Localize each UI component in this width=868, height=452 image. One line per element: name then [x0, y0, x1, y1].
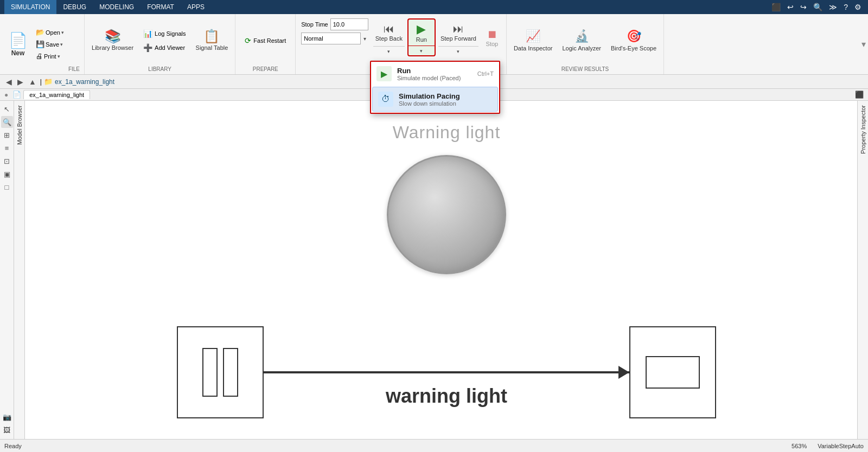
library-browser-button[interactable]: 📚 Library Browser — [88, 22, 137, 60]
menu-format[interactable]: FORMAT — [141, 0, 181, 14]
settings-icon[interactable]: ⚙ — [852, 3, 864, 11]
birds-eye-label: Bird's-Eye Scope — [611, 45, 656, 52]
forward-button[interactable]: ▶ — [16, 78, 25, 86]
signal-table-button[interactable]: 📋 Signal Table — [192, 22, 232, 60]
step-back-dropdown[interactable]: ▾ — [373, 46, 405, 56]
diagram-label: warning light — [386, 385, 507, 408]
up-button[interactable]: ▲ — [27, 78, 38, 86]
diagram-area[interactable]: Warning light warning light — [25, 101, 868, 451]
run-button[interactable]: ▶ Run ▾ — [407, 18, 436, 56]
run-menu-pacing-text: Simulation Pacing Slow down simulation — [399, 92, 460, 107]
search-icon[interactable]: 🔍 — [811, 3, 825, 11]
step-back-icon: ⏮ — [384, 23, 394, 35]
open-label: Open — [46, 29, 60, 36]
menu-simulation[interactable]: SIMULATION — [4, 0, 56, 14]
pulse-bar-1 — [202, 348, 218, 397]
library-group: 📚 Library Browser 📊 Log Signals ➕ Add Vi… — [85, 14, 235, 74]
add-viewer-button[interactable]: ➕ Add Viewer — [139, 42, 190, 54]
library-group-label: LIBRARY — [148, 66, 171, 72]
pacing-item-description: Slow down simulation — [399, 100, 460, 107]
save-label: Save — [46, 41, 59, 48]
status-bar-right: 563% VariableStepAuto — [792, 443, 864, 449]
dropdown-arrow-icon: ▾ — [363, 36, 366, 42]
run-icon: ▶ — [417, 22, 426, 36]
step-forward-dropdown[interactable]: ▾ — [438, 46, 478, 56]
library-icon: 📚 — [105, 30, 121, 43]
sidebar-layers-icon[interactable]: ≡ — [1, 142, 13, 154]
stop-label: Stop — [486, 41, 499, 47]
canvas-area: Model Browser Warning light wa — [14, 101, 868, 451]
birds-eye-button[interactable]: 🎯 Bird's-Eye Scope — [607, 22, 660, 60]
run-menu-item-pacing[interactable]: ⏱ Simulation Pacing Slow down simulation — [372, 87, 498, 112]
sidebar-screenshot-icon[interactable]: 🖼 — [1, 424, 13, 436]
ribbon-collapse-button[interactable]: ▾ — [861, 39, 866, 49]
step-forward-label: Step Forward — [441, 35, 476, 42]
sidebar-block-icon[interactable]: ▣ — [1, 168, 13, 180]
property-inspector-sidebar: Property Inspector — [857, 101, 868, 451]
log-signals-button[interactable]: 📊 Log Signals — [139, 28, 190, 40]
menu-modeling[interactable]: MODELING — [93, 0, 141, 14]
breadcrumb-separator: | — [40, 78, 42, 86]
canvas-tab[interactable]: ex_1a_warning_light — [23, 90, 90, 99]
nav-dot-icon: ● — [4, 91, 8, 99]
more-icon[interactable]: ≫ — [827, 3, 839, 11]
sidebar-camera-icon[interactable]: 📷 — [1, 411, 13, 423]
run-menu-run-text: Run Simulate model (Paced) — [397, 67, 461, 81]
run-menu-item-run[interactable]: ▶ Run Simulate model (Paced) Ctrl+T — [371, 62, 499, 86]
stop-icon: ⏹ — [487, 28, 497, 41]
fast-restart-button[interactable]: ⟳ Fast Restart — [241, 35, 290, 47]
logic-analyzer-button[interactable]: 🔬 Logic Analyzer — [558, 22, 605, 60]
model-browser-bar: Model Browser — [14, 101, 25, 451]
redo-icon[interactable]: ↪ — [798, 3, 809, 11]
sidebar-zoom-icon[interactable]: 🔍 — [1, 116, 13, 128]
run-dropdown-menu: ▶ Run Simulate model (Paced) Ctrl+T ⏱ Si… — [370, 61, 500, 114]
arrow-head — [618, 366, 629, 379]
step-back-button[interactable]: ⏮ Step Back ▾ — [373, 18, 405, 56]
print-button[interactable]: 🖨 Print ▾ — [34, 51, 66, 62]
menu-debug[interactable]: DEBUG — [56, 0, 93, 14]
sidebar-square-icon[interactable]: □ — [1, 181, 13, 193]
data-inspector-label: Data Inspector — [514, 45, 553, 52]
help-icon[interactable]: ? — [841, 3, 850, 11]
menu-apps[interactable]: APPS — [181, 0, 211, 14]
sidebar-fitscreen-icon[interactable]: ⊞ — [1, 129, 13, 141]
menu-bar: SIMULATION DEBUG MODELING FORMAT APPS ⬛ … — [0, 0, 868, 14]
run-item-label: Run — [397, 67, 461, 75]
data-inspector-icon: 📈 — [526, 29, 540, 43]
run-item-shortcut: Ctrl+T — [477, 70, 494, 77]
step-forward-button[interactable]: ⏭ Step Forward ▾ — [438, 18, 479, 56]
status-ready: Ready — [4, 443, 22, 449]
step-back-label: Step Back — [375, 35, 403, 42]
model-icon: 📁 — [44, 78, 53, 86]
step-forward-icon: ⏭ — [453, 23, 464, 35]
window-icon[interactable]: ⬛ — [769, 3, 783, 11]
property-inspector-tab[interactable]: Property Inspector — [858, 101, 868, 158]
undo-icon[interactable]: ↩ — [785, 3, 796, 11]
library-browser-label: Library Browser — [92, 44, 133, 51]
stop-button[interactable]: ⏹ Stop — [481, 18, 503, 56]
birds-eye-icon: 🎯 — [627, 29, 641, 43]
new-button[interactable]: 📄 New — [4, 26, 31, 63]
pulse-generator-block[interactable] — [177, 326, 264, 418]
output-block[interactable] — [629, 326, 716, 418]
sidebar-select-icon[interactable]: ↖ — [1, 103, 13, 115]
review-group-label: REVIEW RESULTS — [561, 66, 609, 72]
expand-icon[interactable]: ⬛ — [855, 91, 864, 99]
new-label: New — [11, 49, 25, 57]
canvas-header-right: ⬛ — [855, 91, 864, 99]
run-dropdown-arrow[interactable]: ▾ — [409, 46, 435, 55]
stop-time-input[interactable] — [330, 18, 368, 30]
back-button[interactable]: ◀ — [4, 78, 14, 86]
save-button[interactable]: 💾 Save ▾ — [34, 39, 66, 50]
breadcrumb-model-name[interactable]: ex_1a_warning_light — [55, 78, 114, 86]
warning-light-circle — [387, 155, 506, 274]
left-sidebar: ↖ 🔍 ⊞ ≡ ⊡ ▣ □ 📷 🖼 ◀◀ — [0, 101, 14, 451]
simulation-mode-dropdown[interactable]: Normal Accelerator Rapid Accelerator — [301, 33, 361, 44]
model-browser-tab[interactable]: Model Browser — [15, 101, 24, 149]
open-button[interactable]: 📂 Open ▾ — [34, 27, 66, 38]
data-inspector-button[interactable]: 📈 Data Inspector — [510, 22, 557, 60]
diagram-title: Warning light — [393, 122, 501, 143]
run-menu-pacing-icon: ⏱ — [378, 92, 393, 107]
sidebar-grid-icon[interactable]: ⊡ — [1, 155, 13, 167]
run-menu-run-icon: ▶ — [376, 66, 392, 81]
